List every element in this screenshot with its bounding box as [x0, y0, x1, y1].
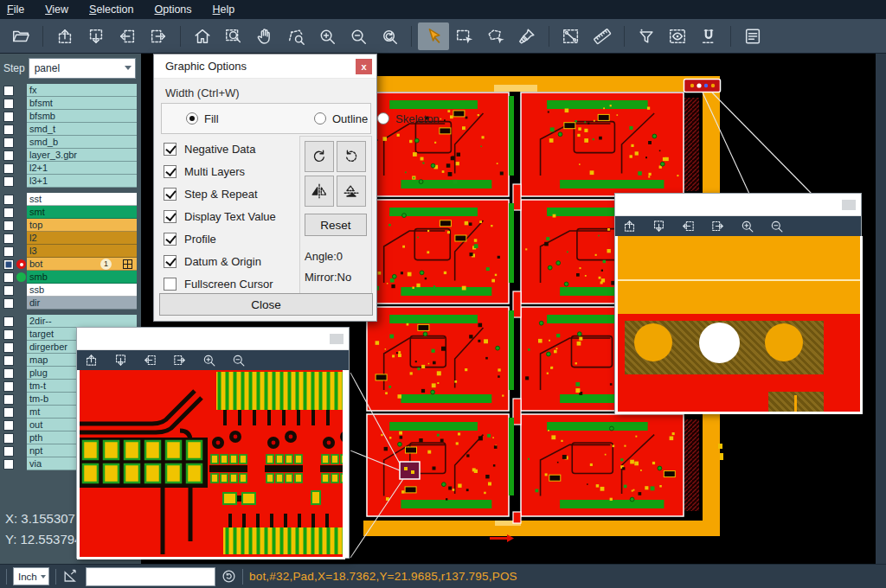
pan-up-icon[interactable] — [619, 218, 639, 235]
layer-visibility-checkbox[interactable] — [3, 394, 14, 405]
menu-options[interactable]: Options — [154, 3, 191, 16]
layer-visibility-checkbox[interactable] — [3, 195, 14, 205]
clean-tool-button[interactable] — [511, 22, 543, 50]
rotate-ccw-button[interactable] — [337, 141, 366, 172]
unit-select[interactable]: Inch — [13, 567, 49, 585]
layer-visibility-checkbox[interactable] — [3, 112, 14, 122]
layer-visibility-checkbox[interactable] — [3, 86, 14, 96]
layer-visibility-checkbox[interactable] — [3, 150, 14, 161]
magnifier-view-circuit[interactable] — [77, 370, 345, 559]
layer-visibility-checkbox[interactable] — [3, 285, 14, 296]
layer-row-dir[interactable]: dir — [0, 297, 141, 310]
checkbox-multi-layers[interactable]: Multi Layers — [164, 160, 276, 182]
radio-outline[interactable]: Outline — [314, 112, 368, 125]
layer-visibility-checkbox[interactable] — [3, 407, 14, 418]
checkbox-icon[interactable] — [164, 143, 177, 156]
poly-select-tool-button[interactable] — [480, 22, 511, 50]
layer-visibility-checkbox[interactable] — [3, 259, 14, 270]
layer-visibility-checkbox[interactable] — [3, 125, 14, 135]
checkbox-icon[interactable] — [164, 255, 177, 268]
radio-fill[interactable]: Fill — [186, 112, 219, 125]
zoom-out-icon[interactable] — [228, 352, 248, 369]
pan-up-icon[interactable] — [80, 352, 101, 369]
layer-visibility-checkbox[interactable] — [3, 272, 14, 283]
pan-up-tool-button[interactable] — [49, 22, 80, 50]
layer-row-top[interactable]: top — [0, 219, 141, 232]
dialog-title-bar[interactable]: Graphic Options x — [154, 54, 376, 79]
checkbox-fullscreen-cursor[interactable]: Fullscreen Cursor — [164, 272, 276, 295]
layer-visibility-checkbox[interactable] — [3, 381, 14, 392]
pan-down-icon[interactable] — [110, 352, 131, 369]
pan-left-tool-button[interactable] — [112, 22, 143, 50]
pan-right-tool-button[interactable] — [143, 22, 174, 50]
checkbox-icon[interactable] — [164, 233, 177, 246]
layer-row-smt[interactable]: smt — [0, 206, 141, 219]
filter-tool-button[interactable] — [631, 22, 662, 50]
layer-row-l3[interactable]: l3 — [0, 245, 141, 258]
rect-select-tool-button[interactable] — [449, 22, 480, 50]
snap-tool-button[interactable] — [693, 22, 724, 50]
zoom-object-tool-button[interactable] — [280, 22, 311, 50]
layer-row-smd_t[interactable]: smd_t — [0, 123, 141, 136]
select-tool-button[interactable] — [418, 22, 449, 50]
layer-visibility-checkbox[interactable] — [3, 208, 14, 218]
ruler-tool-button[interactable] — [587, 22, 618, 50]
magnifier-title-bar[interactable] — [77, 328, 349, 350]
reset-button[interactable]: Reset — [305, 214, 367, 236]
pan-right-icon[interactable] — [169, 352, 189, 369]
checkbox-step-repeat[interactable]: Step & Repeat — [164, 182, 276, 205]
pan-down-tool-button[interactable] — [80, 22, 112, 50]
checkbox-profile[interactable]: Profile — [164, 227, 276, 250]
layer-visibility-checkbox[interactable] — [3, 433, 14, 444]
layer-row-l2+1[interactable]: l2+1 — [0, 162, 141, 175]
zoom-window-tool-button[interactable] — [218, 22, 249, 50]
layer-visibility-checkbox[interactable] — [3, 246, 14, 257]
layer-visibility-checkbox[interactable] — [3, 298, 14, 309]
command-input[interactable] — [86, 567, 215, 586]
layer-visibility-checkbox[interactable] — [3, 368, 14, 379]
zoom-out-tool-button[interactable] — [343, 22, 374, 50]
mirror-vertical-button[interactable] — [337, 176, 366, 207]
layer-visibility-checkbox[interactable] — [3, 342, 14, 353]
grid-icon[interactable] — [123, 259, 132, 269]
layer-visibility-checkbox[interactable] — [3, 220, 14, 231]
radio-dot-icon[interactable] — [314, 112, 326, 125]
layer-visibility-checkbox[interactable] — [3, 137, 14, 148]
layer-visibility-checkbox[interactable] — [3, 316, 14, 327]
zoom-previous-tool-button[interactable] — [374, 22, 405, 50]
layer-row-smb[interactable]: smb — [0, 271, 141, 284]
close-icon[interactable]: x — [356, 59, 372, 74]
zoom-out-icon[interactable] — [766, 218, 786, 235]
checkbox-datum-origin[interactable]: Datum & Origin — [164, 250, 276, 272]
pan-left-icon[interactable] — [139, 352, 160, 369]
layer-row-fx[interactable]: fx — [0, 84, 141, 97]
checkbox-icon[interactable] — [164, 210, 177, 223]
layer-row-bfsmt[interactable]: bfsmt — [0, 97, 141, 110]
angle-measure-icon[interactable] — [62, 568, 79, 585]
menu-file[interactable]: File — [7, 3, 24, 16]
layer-row-l2[interactable]: l2 — [0, 232, 141, 245]
open-tool-button[interactable] — [5, 22, 36, 50]
menu-selection[interactable]: Selection — [89, 3, 133, 16]
layer-row-layer_3.gbr[interactable]: layer_3.gbr — [0, 149, 141, 162]
layer-visibility-checkbox[interactable] — [3, 329, 14, 340]
window-button-icon[interactable] — [330, 334, 343, 344]
refresh-icon[interactable] — [222, 569, 236, 584]
dialog-close-button[interactable]: Close — [159, 293, 373, 316]
layer-visibility-checkbox[interactable] — [3, 459, 14, 470]
layer-row-ssb[interactable]: ssb — [0, 284, 141, 297]
pan-right-icon[interactable] — [707, 218, 728, 235]
layer-visibility-checkbox[interactable] — [3, 99, 14, 109]
checkbox-icon[interactable] — [164, 188, 177, 201]
pan-hand-tool-button[interactable] — [249, 22, 280, 50]
menu-view[interactable]: View — [45, 3, 68, 16]
layer-visibility-checkbox[interactable] — [3, 163, 14, 174]
rotate-cw-button[interactable] — [305, 141, 334, 172]
radio-dot-icon[interactable] — [186, 112, 198, 125]
checkbox-icon[interactable] — [164, 165, 177, 178]
magnifier-title-bar[interactable] — [615, 194, 861, 216]
magnifier-view-fiducials[interactable] — [615, 236, 863, 414]
step-select[interactable]: panel — [29, 58, 136, 79]
checkbox-icon[interactable] — [164, 278, 177, 291]
layer-visibility-checkbox[interactable] — [3, 446, 14, 457]
